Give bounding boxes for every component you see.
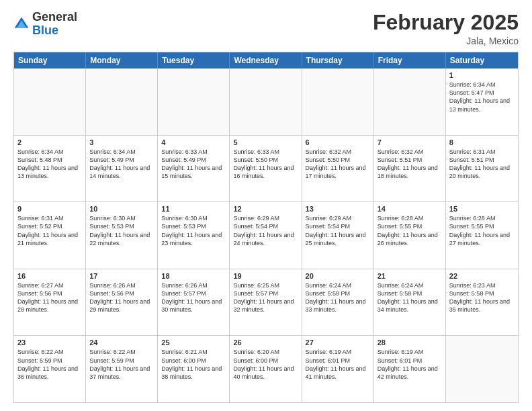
day-number: 15 <box>449 205 515 213</box>
day-info: Sunrise: 6:21 AM Sunset: 6:00 PM Dayligh… <box>161 348 226 381</box>
day-cell-13: 13Sunrise: 6:29 AM Sunset: 5:54 PM Dayli… <box>302 202 374 269</box>
day-cell-19: 19Sunrise: 6:25 AM Sunset: 5:57 PM Dayli… <box>230 269 302 336</box>
day-cell-9: 9Sunrise: 6:31 AM Sunset: 5:52 PM Daylig… <box>14 202 86 269</box>
empty-cell-r0c2 <box>158 68 230 135</box>
calendar-row-3: 9Sunrise: 6:31 AM Sunset: 5:52 PM Daylig… <box>14 201 518 269</box>
day-number: 6 <box>306 138 370 146</box>
day-info: Sunrise: 6:34 AM Sunset: 5:47 PM Dayligh… <box>449 81 515 113</box>
logo-icon <box>13 16 30 32</box>
empty-cell-r0c1 <box>86 68 158 135</box>
day-info: Sunrise: 6:26 AM Sunset: 5:56 PM Dayligh… <box>89 281 154 314</box>
weekday-header-sunday: Sunday <box>14 52 86 68</box>
day-number: 14 <box>378 205 442 213</box>
day-info: Sunrise: 6:33 AM Sunset: 5:49 PM Dayligh… <box>161 148 226 181</box>
day-cell-15: 15Sunrise: 6:28 AM Sunset: 5:55 PM Dayli… <box>446 202 518 269</box>
day-info: Sunrise: 6:31 AM Sunset: 5:51 PM Dayligh… <box>449 148 515 181</box>
day-info: Sunrise: 6:29 AM Sunset: 5:54 PM Dayligh… <box>306 214 370 247</box>
day-cell-18: 18Sunrise: 6:26 AM Sunset: 5:57 PM Dayli… <box>158 269 230 336</box>
day-cell-6: 6Sunrise: 6:32 AM Sunset: 5:50 PM Daylig… <box>302 136 374 202</box>
day-cell-17: 17Sunrise: 6:26 AM Sunset: 5:56 PM Dayli… <box>86 269 158 336</box>
day-cell-4: 4Sunrise: 6:33 AM Sunset: 5:49 PM Daylig… <box>158 136 230 202</box>
day-cell-28: 28Sunrise: 6:19 AM Sunset: 6:01 PM Dayli… <box>374 336 446 402</box>
day-info: Sunrise: 6:31 AM Sunset: 5:52 PM Dayligh… <box>17 214 82 247</box>
day-number: 23 <box>17 338 82 347</box>
day-cell-1: 1Sunrise: 6:34 AM Sunset: 5:47 PM Daylig… <box>446 68 518 135</box>
day-cell-20: 20Sunrise: 6:24 AM Sunset: 5:58 PM Dayli… <box>302 269 374 336</box>
day-info: Sunrise: 6:26 AM Sunset: 5:57 PM Dayligh… <box>161 281 226 314</box>
weekday-header-saturday: Saturday <box>446 52 518 68</box>
day-number: 10 <box>89 205 154 213</box>
day-number: 17 <box>89 272 154 280</box>
calendar-header: SundayMondayTuesdayWednesdayThursdayFrid… <box>14 52 518 68</box>
logo: General Blue <box>13 11 77 38</box>
day-number: 7 <box>378 138 442 146</box>
day-cell-14: 14Sunrise: 6:28 AM Sunset: 5:55 PM Dayli… <box>374 202 446 269</box>
day-cell-11: 11Sunrise: 6:30 AM Sunset: 5:53 PM Dayli… <box>158 202 230 269</box>
day-number: 16 <box>17 272 82 280</box>
day-cell-8: 8Sunrise: 6:31 AM Sunset: 5:51 PM Daylig… <box>446 136 518 202</box>
day-info: Sunrise: 6:33 AM Sunset: 5:50 PM Dayligh… <box>233 148 298 181</box>
day-number: 18 <box>161 272 226 280</box>
day-cell-26: 26Sunrise: 6:20 AM Sunset: 6:00 PM Dayli… <box>230 336 302 402</box>
day-info: Sunrise: 6:23 AM Sunset: 5:58 PM Dayligh… <box>449 281 515 314</box>
day-info: Sunrise: 6:27 AM Sunset: 5:56 PM Dayligh… <box>17 281 82 314</box>
day-cell-21: 21Sunrise: 6:24 AM Sunset: 5:58 PM Dayli… <box>374 269 446 336</box>
day-number: 4 <box>161 138 226 146</box>
day-number: 25 <box>161 338 226 347</box>
day-cell-2: 2Sunrise: 6:34 AM Sunset: 5:48 PM Daylig… <box>14 136 86 202</box>
day-number: 1 <box>449 71 515 79</box>
weekday-header-monday: Monday <box>86 52 158 68</box>
day-number: 2 <box>17 138 82 146</box>
day-number: 20 <box>306 272 370 280</box>
month-title: February 2025 <box>373 11 519 34</box>
day-number: 11 <box>161 205 226 213</box>
calendar-row-2: 2Sunrise: 6:34 AM Sunset: 5:48 PM Daylig… <box>14 135 518 202</box>
day-info: Sunrise: 6:29 AM Sunset: 5:54 PM Dayligh… <box>233 214 298 247</box>
day-cell-7: 7Sunrise: 6:32 AM Sunset: 5:51 PM Daylig… <box>374 136 446 202</box>
day-info: Sunrise: 6:28 AM Sunset: 5:55 PM Dayligh… <box>378 214 442 247</box>
day-info: Sunrise: 6:20 AM Sunset: 6:00 PM Dayligh… <box>233 348 298 381</box>
day-info: Sunrise: 6:30 AM Sunset: 5:53 PM Dayligh… <box>89 214 154 247</box>
day-cell-10: 10Sunrise: 6:30 AM Sunset: 5:53 PM Dayli… <box>86 202 158 269</box>
day-info: Sunrise: 6:24 AM Sunset: 5:58 PM Dayligh… <box>306 281 370 314</box>
day-cell-22: 22Sunrise: 6:23 AM Sunset: 5:58 PM Dayli… <box>446 269 518 336</box>
day-cell-5: 5Sunrise: 6:33 AM Sunset: 5:50 PM Daylig… <box>230 136 302 202</box>
calendar-row-5: 23Sunrise: 6:22 AM Sunset: 5:59 PM Dayli… <box>14 335 518 402</box>
day-number: 24 <box>89 338 154 347</box>
day-number: 8 <box>449 138 515 146</box>
day-number: 3 <box>89 138 154 146</box>
day-info: Sunrise: 6:25 AM Sunset: 5:57 PM Dayligh… <box>233 281 298 314</box>
day-number: 21 <box>378 272 442 280</box>
calendar-body: 1Sunrise: 6:34 AM Sunset: 5:47 PM Daylig… <box>14 68 518 402</box>
day-cell-12: 12Sunrise: 6:29 AM Sunset: 5:54 PM Dayli… <box>230 202 302 269</box>
day-info: Sunrise: 6:19 AM Sunset: 6:01 PM Dayligh… <box>378 348 442 381</box>
weekday-header-thursday: Thursday <box>302 52 374 68</box>
day-info: Sunrise: 6:34 AM Sunset: 5:49 PM Dayligh… <box>89 148 154 181</box>
logo-blue-text: Blue <box>32 24 58 37</box>
day-info: Sunrise: 6:22 AM Sunset: 5:59 PM Dayligh… <box>89 348 154 381</box>
header: General Blue February 2025 Jala, Mexico <box>13 11 519 46</box>
day-number: 12 <box>233 205 298 213</box>
day-info: Sunrise: 6:32 AM Sunset: 5:51 PM Dayligh… <box>378 148 442 181</box>
day-info: Sunrise: 6:28 AM Sunset: 5:55 PM Dayligh… <box>449 214 515 247</box>
day-number: 27 <box>306 338 370 347</box>
calendar-row-4: 16Sunrise: 6:27 AM Sunset: 5:56 PM Dayli… <box>14 269 518 336</box>
day-cell-25: 25Sunrise: 6:21 AM Sunset: 6:00 PM Dayli… <box>158 336 230 402</box>
day-info: Sunrise: 6:19 AM Sunset: 6:01 PM Dayligh… <box>306 348 370 381</box>
empty-cell-r0c4 <box>302 68 374 135</box>
empty-cell-r0c5 <box>374 68 446 135</box>
day-number: 9 <box>17 205 82 213</box>
empty-cell-r0c0 <box>14 68 86 135</box>
day-cell-23: 23Sunrise: 6:22 AM Sunset: 5:59 PM Dayli… <box>14 336 86 402</box>
empty-cell-r0c3 <box>230 68 302 135</box>
day-cell-16: 16Sunrise: 6:27 AM Sunset: 5:56 PM Dayli… <box>14 269 86 336</box>
day-number: 28 <box>378 338 442 347</box>
day-cell-24: 24Sunrise: 6:22 AM Sunset: 5:59 PM Dayli… <box>86 336 158 402</box>
page: General Blue February 2025 Jala, Mexico … <box>0 0 532 411</box>
weekday-header-wednesday: Wednesday <box>230 52 302 68</box>
day-info: Sunrise: 6:32 AM Sunset: 5:50 PM Dayligh… <box>306 148 370 181</box>
logo-text: General Blue <box>32 11 77 38</box>
weekday-header-friday: Friday <box>374 52 446 68</box>
day-info: Sunrise: 6:22 AM Sunset: 5:59 PM Dayligh… <box>17 348 82 381</box>
calendar: SundayMondayTuesdayWednesdayThursdayFrid… <box>13 52 519 403</box>
